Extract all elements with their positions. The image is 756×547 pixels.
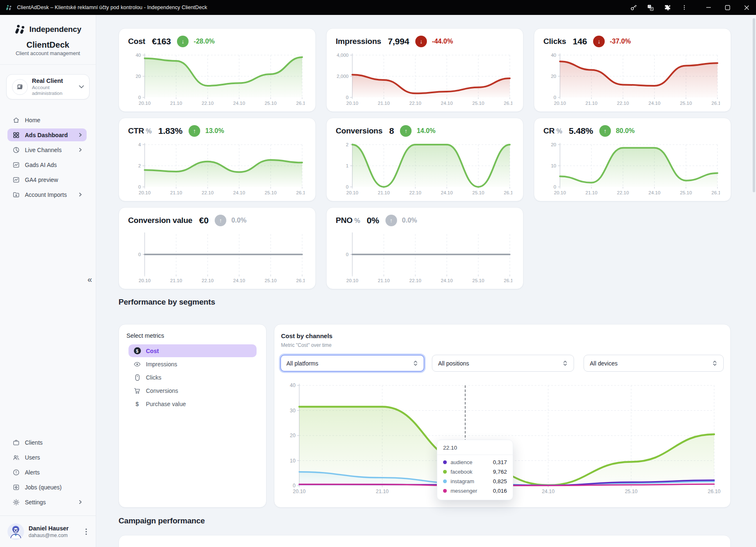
extensions-puzzle-icon[interactable] bbox=[664, 4, 671, 11]
gear-icon bbox=[12, 499, 20, 506]
briefcase-icon bbox=[12, 439, 20, 446]
positions-select[interactable]: All positions bbox=[432, 355, 574, 372]
kpi-value: €0 bbox=[199, 215, 208, 225]
svg-text:20.10: 20.10 bbox=[554, 101, 566, 106]
main-content: Cost €163 ↓ -28.0% 0204020.1021.1022.102… bbox=[96, 15, 756, 547]
sidebar-item-gads-ai-ads[interactable]: Gads AI Ads bbox=[7, 158, 87, 171]
svg-text:24.10: 24.10 bbox=[649, 190, 661, 195]
dashboard-grid-icon bbox=[12, 131, 20, 139]
kpi-value: 5.48% bbox=[569, 126, 593, 136]
sidebar-item-label: Settings bbox=[25, 499, 46, 506]
kpi-delta: 80.0% bbox=[616, 127, 635, 135]
sidebar-item-label: Alerts bbox=[25, 469, 40, 476]
svg-text:40: 40 bbox=[136, 53, 141, 58]
user-menu-kebab-icon[interactable] bbox=[82, 526, 91, 537]
svg-text:20: 20 bbox=[290, 433, 296, 438]
conversions-sparkline-chart: 01220.1021.1022.1024.1025.1026.10 bbox=[333, 140, 512, 198]
metric-item-impressions[interactable]: Impressions bbox=[128, 358, 257, 370]
tooltip-row-instagram: instagram 0,825 bbox=[437, 477, 513, 486]
audience-dot-icon bbox=[443, 460, 447, 464]
scrollbar[interactable] bbox=[753, 18, 755, 192]
dollar-circle-icon bbox=[133, 347, 141, 354]
sidebar-item-label: Ads Dashboard bbox=[25, 132, 68, 138]
svg-text:22.10: 22.10 bbox=[410, 278, 422, 283]
svg-text:21.10: 21.10 bbox=[378, 101, 390, 106]
account-role: Account administration bbox=[32, 85, 79, 96]
svg-text:40: 40 bbox=[551, 53, 556, 58]
account-name: Real Client bbox=[32, 77, 79, 84]
svg-text:40: 40 bbox=[290, 382, 296, 388]
svg-text:24.10: 24.10 bbox=[233, 101, 245, 106]
sidebar-collapse-button[interactable]: « bbox=[87, 275, 92, 283]
user-profile: Daniel Hauser dahaus@me.com bbox=[0, 516, 96, 547]
devices-select[interactable]: All devices bbox=[584, 355, 724, 372]
svg-text:10: 10 bbox=[290, 458, 296, 464]
sidebar-item-live-channels[interactable]: Live Channels bbox=[7, 143, 87, 156]
sidebar-item-ads-dashboard[interactable]: Ads Dashboard bbox=[7, 128, 87, 141]
svg-text:22.10: 22.10 bbox=[410, 101, 422, 106]
user-name: Daniel Hauser bbox=[29, 525, 69, 532]
segments-heading: Performance by segments bbox=[119, 298, 215, 307]
kpi-title: Cost bbox=[128, 37, 145, 46]
cr-sparkline-chart: 0102020.1021.1022.1024.1025.1026.10 bbox=[541, 140, 720, 198]
sidebar-item-settings[interactable]: Settings bbox=[7, 496, 87, 508]
chevron-right-icon bbox=[78, 148, 82, 152]
metrics-panel-title: Select metrics bbox=[126, 332, 266, 339]
svg-text:20.10: 20.10 bbox=[346, 278, 359, 283]
sidebar-item-jobs-queues[interactable]: Jobs (queues) bbox=[7, 481, 87, 494]
kpi-delta: -37.0% bbox=[610, 38, 631, 45]
sidebar-item-ga4-preview[interactable]: GA4 preview bbox=[7, 173, 87, 186]
metric-item-cost[interactable]: Cost bbox=[128, 344, 257, 357]
campaign-performance-card bbox=[119, 535, 731, 547]
svg-text:26.10: 26.10 bbox=[708, 489, 721, 494]
password-key-icon[interactable] bbox=[630, 4, 637, 11]
chevron-right-icon bbox=[78, 500, 82, 504]
close-button[interactable] bbox=[737, 0, 756, 15]
svg-text:25.10: 25.10 bbox=[472, 278, 485, 283]
brand-name: Independency bbox=[29, 25, 81, 34]
campaign-heading: Campaign performance bbox=[119, 516, 205, 525]
svg-text:22.10: 22.10 bbox=[410, 190, 422, 195]
kpi-delta: -44.0% bbox=[432, 38, 453, 45]
svg-text:25.10: 25.10 bbox=[265, 190, 277, 195]
sidebar-item-account-imports[interactable]: Account Imports bbox=[7, 188, 87, 201]
kpi-value: 0% bbox=[367, 215, 379, 225]
metric-item-clicks[interactable]: Clicks bbox=[128, 371, 257, 384]
svg-text:25.10: 25.10 bbox=[472, 101, 485, 106]
sidebar-item-label: Gads AI Ads bbox=[25, 162, 57, 168]
svg-text:0: 0 bbox=[138, 184, 141, 189]
kpi-card-ctr: CTR % 1.83% ↑ 13.0% 02420.1021.1022.1024… bbox=[119, 118, 316, 201]
channels-chart-title: Cost by channels bbox=[281, 332, 730, 339]
svg-text:21.10: 21.10 bbox=[586, 190, 598, 195]
kpi-title: Clicks bbox=[543, 37, 566, 46]
sidebar-item-alerts[interactable]: Alerts bbox=[7, 466, 87, 479]
svg-text:22.10: 22.10 bbox=[617, 101, 629, 106]
sidebar-item-users[interactable]: Users bbox=[7, 451, 87, 464]
mouse-icon bbox=[133, 374, 141, 381]
svg-text:1: 1 bbox=[346, 163, 349, 168]
svg-text:25.10: 25.10 bbox=[265, 278, 277, 283]
cost-by-channels-panel: Cost by channels Metric "Cost" over time… bbox=[274, 324, 731, 508]
sidebar: Independency ClientDeck Client account m… bbox=[0, 15, 96, 547]
kpi-title: Conversion value bbox=[128, 216, 192, 225]
independency-logo-icon bbox=[15, 24, 26, 35]
platforms-select[interactable]: All platforms bbox=[280, 355, 424, 372]
sidebar-item-clients[interactable]: Clients bbox=[7, 436, 87, 449]
tooltip-row-facebook: facebook 9,762 bbox=[437, 467, 513, 477]
svg-text:2: 2 bbox=[138, 163, 141, 168]
svg-text:24.10: 24.10 bbox=[649, 101, 661, 106]
kpi-value: 7,994 bbox=[388, 36, 410, 46]
minimize-button[interactable] bbox=[699, 0, 718, 15]
maximize-button[interactable] bbox=[718, 0, 737, 15]
metric-item-purchase-value[interactable]: Purchase value bbox=[128, 397, 257, 410]
tooltip-date: 22.10 bbox=[437, 440, 513, 455]
browser-menu-kebab-icon[interactable] bbox=[681, 4, 688, 11]
metric-item-conversions[interactable]: Conversions bbox=[128, 384, 257, 397]
sidebar-item-home[interactable]: Home bbox=[7, 114, 87, 126]
svg-text:20: 20 bbox=[551, 74, 556, 79]
chevrons-up-down-icon bbox=[413, 360, 418, 366]
translate-icon[interactable]: A bbox=[647, 4, 654, 11]
svg-text:22.10: 22.10 bbox=[202, 190, 214, 195]
trend-down-badge: ↓ bbox=[415, 36, 427, 47]
account-switcher[interactable]: Real Client Account administration bbox=[6, 74, 90, 99]
